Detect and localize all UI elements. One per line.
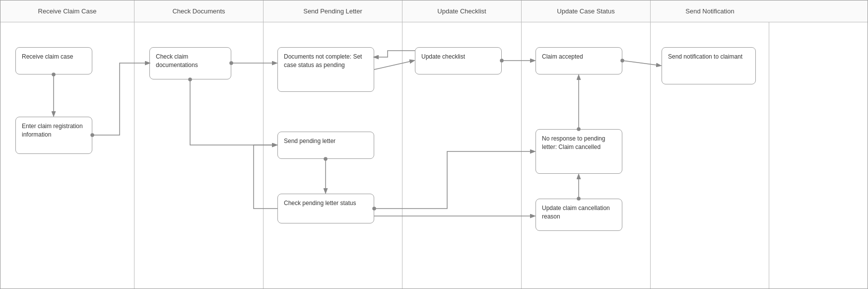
node-update-claim-cancellation: Update claim cancellation reason bbox=[535, 199, 622, 231]
node-check-pending-letter-status: Check pending letter status bbox=[277, 194, 374, 223]
lane-header-update-status: Update Case Status bbox=[522, 0, 651, 22]
node-docs-not-complete: Documents not complete: Set case status … bbox=[277, 47, 374, 92]
lane-check: Check claim documentations bbox=[134, 22, 264, 289]
lane-update-status: Claim accepted No response to pending le… bbox=[522, 22, 651, 289]
lane-send-notification: Send notification to claimant bbox=[651, 22, 769, 289]
lane-header-send-pending: Send Pending Letter bbox=[264, 0, 402, 22]
lane-send-pending: Documents not complete: Set case status … bbox=[264, 22, 402, 289]
node-no-response-claim-cancelled: No response to pending letter: Claim can… bbox=[535, 129, 622, 174]
lane-header-update-checklist: Update Checklist bbox=[402, 0, 522, 22]
node-receive-claim-case: Receive claim case bbox=[15, 47, 92, 74]
lanes-header: Receive Claim Case Check Documents Send … bbox=[0, 0, 868, 22]
node-update-checklist: Update checklist bbox=[415, 47, 502, 74]
lane-update-checklist: Update checklist bbox=[402, 22, 522, 289]
lane-header-send-notification: Send Notification bbox=[651, 0, 769, 22]
lane-receive: Receive claim case Enter claim registrat… bbox=[0, 22, 134, 289]
node-claim-accepted: Claim accepted bbox=[535, 47, 622, 74]
lanes-body: Receive claim case Enter claim registrat… bbox=[0, 22, 868, 289]
node-check-claim-docs: Check claim documentations bbox=[149, 47, 231, 79]
node-enter-claim-registration: Enter claim registration information bbox=[15, 117, 92, 154]
lane-header-receive: Receive Claim Case bbox=[0, 0, 134, 22]
node-send-pending-letter: Send pending letter bbox=[277, 132, 374, 159]
node-send-notification-claimant: Send notification to claimant bbox=[662, 47, 756, 84]
diagram-container: Receive Claim Case Check Documents Send … bbox=[0, 0, 868, 289]
lane-header-check: Check Documents bbox=[134, 0, 264, 22]
